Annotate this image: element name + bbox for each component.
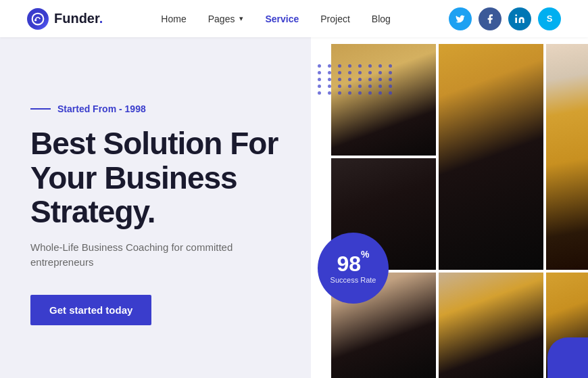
nav-service[interactable]: Service: [265, 14, 299, 24]
dot-element: [328, 64, 331, 68]
dot-element: [328, 71, 331, 74]
dot-element: [318, 71, 321, 74]
dot-element: [378, 78, 382, 81]
success-number: 98: [337, 253, 361, 275]
dot-element: [378, 64, 382, 68]
dot-element: [348, 85, 351, 88]
dot-element: [338, 78, 341, 81]
dot-element: [358, 91, 362, 95]
dot-element: [328, 91, 331, 95]
nav-project[interactable]: Project: [320, 14, 350, 24]
photo-1: [331, 44, 436, 156]
logo-text: Funder.: [54, 11, 103, 26]
nav-blog[interactable]: Blog: [372, 14, 391, 24]
hero-right: 98 % Success Rate: [311, 37, 588, 378]
navbar: Funder. Home Pages ▾ Service Project Blo…: [0, 0, 588, 37]
hero-section: Started From - 1998 Best Solution For Yo…: [0, 37, 588, 378]
hero-title: Best Solution For Your Business Strategy…: [30, 126, 284, 229]
dot-element: [318, 78, 321, 81]
success-label: Success Rate: [330, 276, 376, 284]
dot-element: [348, 91, 351, 95]
svg-point-0: [32, 13, 44, 24]
dot-element: [338, 64, 341, 68]
logo[interactable]: Funder.: [27, 8, 103, 30]
dot-element: [358, 71, 362, 74]
nav-socials: S: [449, 7, 561, 30]
dot-element: [348, 71, 351, 74]
tag-line-decoration: [30, 108, 51, 110]
dot-element: [328, 85, 331, 88]
facebook-icon[interactable]: [479, 7, 501, 30]
photo-6: [439, 273, 543, 378]
dot-element: [358, 64, 362, 68]
linkedin-icon[interactable]: [508, 7, 531, 30]
dot-element: [368, 91, 372, 95]
logo-icon: [27, 8, 49, 30]
dot-element: [389, 85, 392, 88]
dot-element: [328, 78, 331, 81]
started-text: Started From - 1998: [57, 103, 146, 114]
hero-left: Started From - 1998 Best Solution For Yo…: [0, 37, 311, 378]
photo-2: [439, 44, 543, 270]
skype-icon[interactable]: S: [538, 7, 561, 30]
dot-element: [348, 78, 351, 81]
dot-element: [318, 91, 321, 95]
svg-point-2: [515, 14, 517, 16]
svg-point-1: [34, 19, 36, 21]
success-percent: %: [361, 250, 369, 259]
dot-element: [389, 64, 392, 68]
dot-element: [368, 85, 372, 88]
dot-element: [338, 91, 341, 95]
dot-element: [318, 85, 321, 88]
nav-links: Home Pages ▾ Service Project Blog: [161, 14, 391, 24]
dot-element: [318, 64, 321, 68]
dot-element: [378, 71, 382, 74]
dot-pattern: [318, 64, 395, 95]
twitter-icon[interactable]: [449, 7, 472, 30]
dot-element: [338, 85, 341, 88]
hero-subtitle: Whole-Life Business Coaching for committ…: [30, 240, 284, 270]
dot-element: [378, 85, 382, 88]
dot-element: [368, 71, 372, 74]
photo-3-woman: [546, 44, 588, 270]
cta-button[interactable]: Get started today: [30, 295, 151, 325]
success-rate-badge: 98 % Success Rate: [318, 233, 389, 304]
started-tag: Started From - 1998: [30, 103, 284, 114]
dot-element: [348, 64, 351, 68]
dot-element: [368, 64, 372, 68]
dot-element: [389, 71, 392, 74]
nav-home[interactable]: Home: [161, 14, 186, 24]
blue-arc-decoration: [547, 337, 588, 378]
dot-element: [368, 78, 372, 81]
dot-element: [338, 71, 341, 74]
dot-element: [358, 78, 362, 81]
nav-pages[interactable]: Pages ▾: [208, 14, 244, 24]
dot-element: [389, 78, 392, 81]
chevron-down-icon: ▾: [239, 14, 243, 23]
dot-element: [378, 91, 382, 95]
dot-element: [358, 85, 362, 88]
dot-element: [389, 91, 392, 95]
